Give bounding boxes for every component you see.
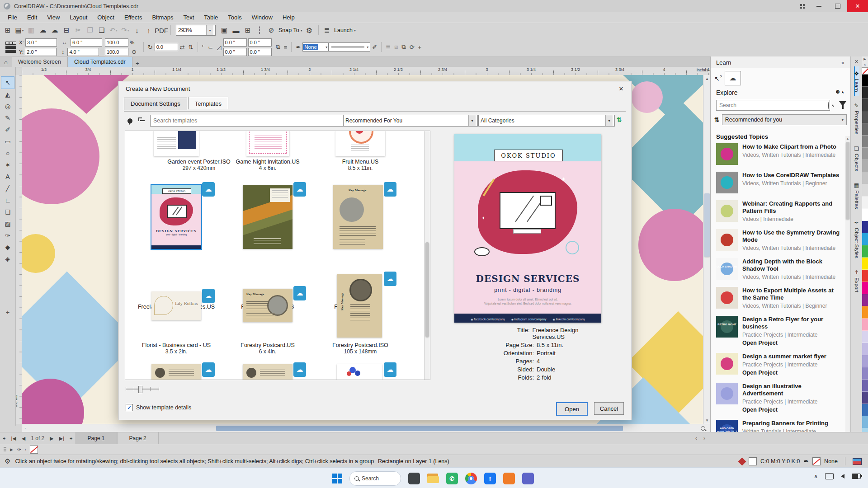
- tab-templates[interactable]: Templates: [188, 97, 228, 109]
- eyedropper-tool[interactable]: ✑: [1, 230, 14, 241]
- mirror-horizontal-icon[interactable]: ⇄: [180, 44, 185, 51]
- topic-thumbnail[interactable]: [716, 353, 738, 375]
- template-grid[interactable]: LOREM IPSUM DOLOR AMET Garden event Post…: [125, 131, 430, 380]
- tab-welcome-screen[interactable]: Welcome Screen: [12, 57, 68, 67]
- color-swatch[interactable]: [862, 221, 868, 233]
- color-swatch[interactable]: [862, 209, 868, 221]
- color-swatch[interactable]: [862, 75, 868, 87]
- color-swatch[interactable]: [862, 99, 868, 111]
- topic-list-item[interactable]: How to Use the Symmetry Drawing Mode Vid…: [716, 229, 841, 251]
- menu-item[interactable]: File: [3, 13, 22, 22]
- order-icon[interactable]: ⧉: [401, 43, 406, 51]
- sort-settings-icon[interactable]: ⇅: [617, 116, 622, 123]
- topic-title[interactable]: Design a summer market flyer: [742, 353, 841, 360]
- color-swatch[interactable]: [862, 306, 868, 319]
- new-tab-button[interactable]: +: [132, 60, 142, 67]
- show-grid-icon[interactable]: ⊞: [242, 24, 254, 36]
- topic-thumbnail[interactable]: [716, 287, 738, 309]
- chevron-down-icon[interactable]: ▾: [301, 28, 302, 33]
- color-swatch[interactable]: [862, 416, 868, 428]
- color-swatch[interactable]: [862, 123, 868, 136]
- status-gear-icon[interactable]: ⚙: [5, 457, 10, 465]
- first-page-icon[interactable]: |◀: [11, 436, 16, 441]
- topic-title[interactable]: Webinar: Creating Rapports and Pattern F…: [742, 200, 841, 215]
- launch-label[interactable]: Launch: [334, 27, 353, 33]
- color-swatch[interactable]: [862, 343, 868, 355]
- chevron-down-icon[interactable]: ▾: [325, 45, 328, 49]
- chrome-icon[interactable]: [465, 473, 477, 484]
- flyout-icon[interactable]: ▶: [10, 447, 13, 452]
- corner-radius-field-1[interactable]: 0.0 ": [223, 38, 247, 47]
- profile-star-icon[interactable]: ☻★: [835, 88, 844, 95]
- outline-style-combo[interactable]: ▾: [329, 42, 370, 52]
- topic-list-item[interactable]: Design an illustrative Advertisement Pra…: [716, 383, 841, 413]
- topic-thumbnail[interactable]: [716, 229, 738, 251]
- y-position-field[interactable]: 2.0 ": [25, 48, 57, 56]
- template-thumbnail[interactable]: [337, 364, 382, 380]
- tab-page-2[interactable]: Page 2: [117, 432, 159, 444]
- scrollbar-thumb[interactable]: [425, 242, 429, 337]
- brush-icon[interactable]: ✐: [372, 44, 377, 51]
- network-icon[interactable]: [825, 473, 834, 479]
- open-button[interactable]: Open: [556, 402, 588, 416]
- zoom-tool[interactable]: ◎: [1, 100, 14, 112]
- topic-thumbnail[interactable]: [716, 200, 738, 222]
- open-project-link[interactable]: Open Project: [742, 407, 841, 413]
- import-icon[interactable]: ↓▾: [131, 24, 143, 36]
- Learn[interactable]: ❖ Learn: [854, 66, 859, 96]
- template-thumbnail[interactable]: [243, 185, 292, 249]
- mirror-vertical-icon[interactable]: ⇅: [189, 44, 193, 51]
- effects-icon[interactable]: ⟳: [410, 44, 415, 51]
- show-guidelines-icon[interactable]: ┆: [254, 24, 265, 36]
- volume-icon[interactable]: [841, 474, 844, 479]
- scroll-up-icon[interactable]: ▲: [703, 75, 711, 82]
- zoom-level-combo[interactable]: 293%▾: [176, 25, 216, 36]
- template-thumbnail[interactable]: Key Message: [333, 185, 383, 249]
- corner-radius-field-4[interactable]: 0.0 ": [248, 48, 272, 56]
- topic-title[interactable]: Preparing Banners for Printing: [742, 420, 841, 427]
- chamfered-corner-icon[interactable]: ◿: [217, 44, 222, 51]
- collapse-docker-icon[interactable]: »: [841, 59, 844, 66]
- chevron-down-icon[interactable]: ▾: [842, 118, 844, 122]
- drop-shadow-tool[interactable]: ❏: [1, 206, 14, 218]
- context-help-icon[interactable]: ↖?: [714, 75, 722, 82]
- topic-title[interactable]: How to Use CorelDRAW Templates: [742, 172, 841, 179]
- topic-thumbnail[interactable]: [716, 143, 738, 165]
- menu-item[interactable]: Layout: [65, 13, 92, 22]
- chevron-down-icon[interactable]: ▾: [468, 115, 476, 126]
- object-height-field[interactable]: 4.0 ": [67, 48, 99, 56]
- orange-app-icon[interactable]: [503, 473, 515, 484]
- layout-grid-icon[interactable]: [796, 0, 809, 12]
- home-icon[interactable]: ⌂: [0, 57, 12, 67]
- learn-search-input[interactable]: Search: [716, 100, 830, 111]
- chevron-down-icon[interactable]: ▾: [206, 25, 213, 35]
- menu-item[interactable]: View: [42, 13, 65, 22]
- fill-swatch[interactable]: [749, 457, 757, 465]
- search-icon[interactable]: [828, 102, 829, 109]
- cancel-button[interactable]: Cancel: [594, 402, 624, 415]
- template-thumbnail[interactable]: LOREM IPSUM DOLOR AMET: [154, 131, 199, 156]
- shape-tool[interactable]: ◭: [1, 89, 14, 100]
- add-page-button[interactable]: +: [3, 436, 5, 441]
- canvas-horizontal-scrollbar[interactable]: ‹ ›: [22, 424, 703, 432]
- canvas-vertical-scrollbar[interactable]: ▲ ▼: [703, 75, 711, 424]
- scroll-down-icon[interactable]: ▼: [703, 417, 711, 424]
- purple-app-icon[interactable]: [522, 473, 534, 484]
- lock-ratio-icon[interactable]: ⊙: [132, 48, 137, 55]
- snap-to-label[interactable]: Snap To: [278, 27, 299, 33]
- color-swatch[interactable]: [862, 258, 868, 270]
- round-corner-icon[interactable]: ⌜: [202, 44, 205, 51]
- polygon-tool[interactable]: ✶: [1, 159, 14, 171]
- color-swatch[interactable]: [862, 148, 868, 160]
- show-rulers-icon[interactable]: ▬: [230, 24, 242, 36]
- scale-y-field[interactable]: 100.0: [105, 48, 128, 56]
- file-explorer-icon[interactable]: [427, 474, 439, 483]
- outline-swatch[interactable]: [812, 457, 821, 465]
- color-swatch[interactable]: [862, 270, 868, 282]
- palette-scroll-up-icon[interactable]: ∧: [863, 62, 866, 67]
- connector-tool[interactable]: ∟: [1, 194, 14, 206]
- color-swatch[interactable]: [862, 367, 868, 380]
- undo-icon[interactable]: ↶▾: [108, 24, 119, 36]
- outline-width-combo[interactable]: None▾: [302, 42, 329, 52]
- cloud-open-icon[interactable]: ☁▾: [37, 24, 49, 36]
